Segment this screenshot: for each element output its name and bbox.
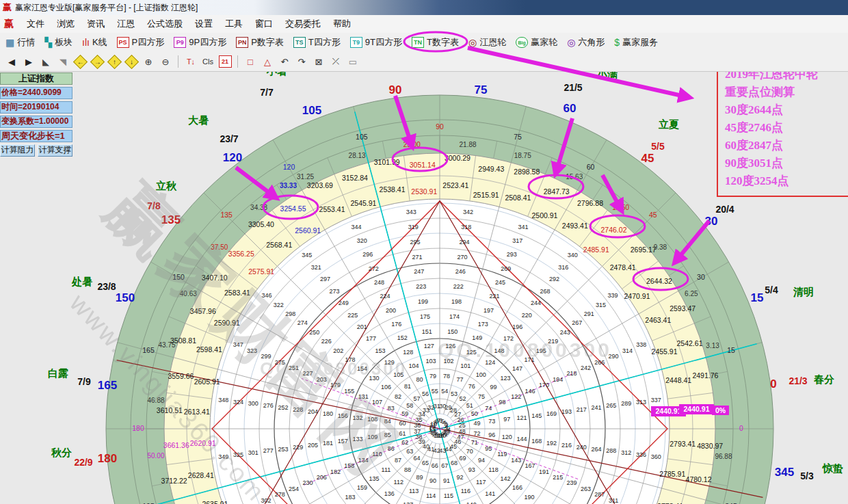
pan-left-icon: ← <box>72 54 87 68</box>
toolbar-item-winner-service[interactable]: $赢家服务 <box>609 35 662 50</box>
screen-button[interactable]: ▭ <box>345 54 360 69</box>
calc-button-1[interactable]: 计算支撑 <box>38 144 72 157</box>
menu-item-3[interactable]: 江恩 <box>111 16 141 31</box>
calendar-button[interactable]: 21 <box>217 54 233 69</box>
menu-item-9[interactable]: 帮助 <box>327 16 357 31</box>
toolbar-item-p-table[interactable]: PNP数字表 <box>230 35 288 50</box>
svg-text:202: 202 <box>333 347 343 354</box>
t-square-icon: TS <box>293 37 306 48</box>
drawing-toolbar: ◀▶◣◥←→↑↓⊕⊖T↓Cls21□△↶↷⊠⤫▭ <box>0 52 848 72</box>
svg-text:173: 173 <box>478 321 488 328</box>
rotate-cw-button[interactable]: ↷ <box>294 54 309 69</box>
nav-last-button[interactable]: ▶ <box>21 54 36 69</box>
menu-item-4[interactable]: 公式选股 <box>141 16 189 31</box>
svg-text:94: 94 <box>478 457 485 464</box>
nav-first-button[interactable]: ◀ <box>4 54 19 69</box>
svg-text:136: 136 <box>384 490 395 497</box>
calendar-icon: 21 <box>219 55 232 68</box>
svg-text:77: 77 <box>456 376 463 383</box>
cls-button[interactable]: Cls <box>200 54 215 69</box>
svg-text:45: 45 <box>641 152 654 165</box>
menu-item-0[interactable]: 文件 <box>21 16 51 31</box>
toolbar-item-p-square[interactable]: PSP四方形 <box>111 35 169 50</box>
svg-text:311: 311 <box>609 497 618 504</box>
menu-item-2[interactable]: 资讯 <box>81 16 111 31</box>
svg-text:2545.91: 2545.91 <box>350 199 376 207</box>
svg-text:2463.41: 2463.41 <box>645 316 671 324</box>
menu-item-7[interactable]: 窗口 <box>249 16 279 31</box>
toolbar-item-label: K线 <box>92 36 107 49</box>
nav-back-button[interactable]: ◣ <box>38 54 53 69</box>
svg-text:66: 66 <box>432 462 438 469</box>
svg-text:24: 24 <box>444 426 451 433</box>
toolbar-item-t-square[interactable]: TST四方形 <box>288 35 345 50</box>
key-points-note-box: 2019年江恩轮中轮重要点位测算30度2644点45度2746点60度2847点… <box>717 62 848 197</box>
toolbar-item-label: 行情 <box>17 36 35 49</box>
svg-text:113: 113 <box>409 488 419 494</box>
nav-forward-button[interactable]: ◥ <box>55 54 70 69</box>
zoom-out-button[interactable]: ⊖ <box>158 54 173 69</box>
svg-text:3.13: 3.13 <box>706 342 719 349</box>
svg-text:169: 169 <box>546 410 557 417</box>
draw-triangle-button[interactable]: △ <box>260 54 275 69</box>
svg-text:2949.43: 2949.43 <box>478 165 504 173</box>
toolbar-separator <box>237 55 238 68</box>
svg-text:33.33: 33.33 <box>280 182 297 189</box>
svg-text:0: 0 <box>770 377 776 390</box>
toolbar-item-sectors[interactable]: ▚板块 <box>39 35 77 50</box>
svg-text:75: 75 <box>478 393 485 400</box>
delete-object-button[interactable]: ⊠ <box>311 54 326 69</box>
t-down-button[interactable]: T↓ <box>183 54 198 69</box>
svg-text:268: 268 <box>540 288 551 295</box>
pan-down-button[interactable]: ↓ <box>124 54 139 69</box>
svg-text:360: 360 <box>651 453 661 460</box>
rotate-ccw-button[interactable]: ↶ <box>277 54 292 69</box>
menu-item-8[interactable]: 交易委托 <box>279 16 327 31</box>
scale-button[interactable]: ⤫ <box>328 54 343 69</box>
svg-text:141: 141 <box>485 490 495 497</box>
svg-text:104: 104 <box>409 362 419 369</box>
toolbar-item-hexagon[interactable]: ◎六角形 <box>561 35 609 50</box>
svg-text:15: 15 <box>727 346 735 354</box>
draw-square-button[interactable]: □ <box>243 54 258 69</box>
svg-text:89: 89 <box>416 474 423 481</box>
svg-text:71: 71 <box>471 439 478 446</box>
svg-text:48: 48 <box>459 428 466 435</box>
svg-text:225: 225 <box>347 312 358 319</box>
toolbar-item-winner-wheel[interactable]: Big赢家轮 <box>510 35 561 50</box>
pan-left-button[interactable]: ← <box>72 54 88 69</box>
svg-text:20/4: 20/4 <box>715 204 734 215</box>
toolbar-item-9p-square[interactable]: P99P四方形 <box>168 35 230 50</box>
svg-text:30: 30 <box>439 403 446 410</box>
toolbar-item-kline[interactable]: ılıK线 <box>77 35 111 50</box>
calc-button-0[interactable]: 计算阻力 <box>0 144 35 157</box>
svg-text:97: 97 <box>503 416 510 423</box>
toolbar-item-gann-wheel[interactable]: ◎江恩轮 <box>463 35 510 50</box>
svg-text:3101.99: 3101.99 <box>374 158 400 166</box>
toolbar-item-t-table[interactable]: TNT数字表 <box>406 35 463 50</box>
svg-text:立夏: 立夏 <box>658 118 679 130</box>
svg-text:96: 96 <box>488 432 495 438</box>
svg-text:273: 273 <box>329 288 339 295</box>
svg-text:4830.97: 4830.97 <box>697 442 723 450</box>
svg-text:197: 197 <box>483 307 494 314</box>
hexagon-icon: ◎ <box>567 38 575 47</box>
svg-text:287: 287 <box>594 491 605 498</box>
pan-right-button[interactable]: → <box>90 54 105 69</box>
menu-item-6[interactable]: 工具 <box>219 16 249 31</box>
p-square-icon: PS <box>117 37 129 48</box>
svg-text:265: 265 <box>606 402 616 409</box>
svg-text:218: 218 <box>567 370 577 377</box>
zoom-in-button[interactable]: ⊕ <box>141 54 156 69</box>
svg-text:267: 267 <box>572 319 582 326</box>
svg-text:324: 324 <box>233 399 243 406</box>
menu-item-5[interactable]: 设置 <box>189 16 219 31</box>
svg-text:114: 114 <box>426 492 436 499</box>
quotes-icon: ▦ <box>5 38 14 47</box>
toolbar-item-9t-square[interactable]: T99T四方形 <box>345 35 406 50</box>
menu-item-1[interactable]: 浏览 <box>51 16 81 31</box>
svg-text:3152.84: 3152.84 <box>342 174 368 182</box>
pan-up-button[interactable]: ↑ <box>107 54 122 69</box>
toolbar-item-quotes[interactable]: ▦行情 <box>0 35 39 50</box>
svg-text:176: 176 <box>391 321 401 328</box>
